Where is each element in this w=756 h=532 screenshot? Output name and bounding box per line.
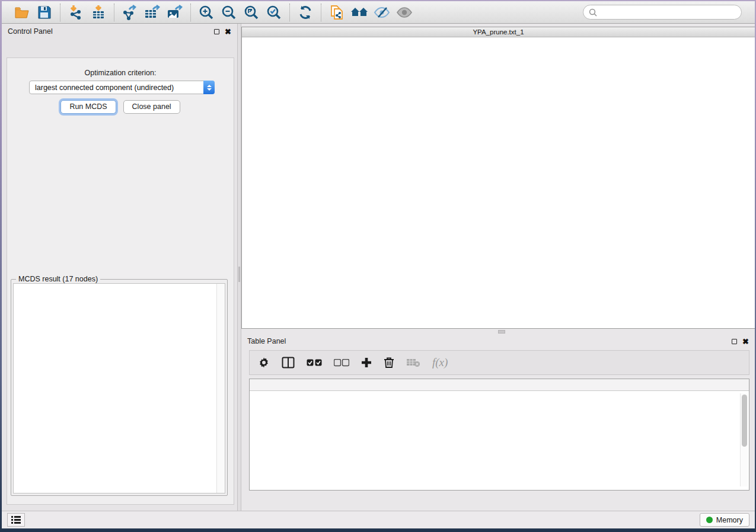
vertical-splitter[interactable] [237, 24, 241, 511]
add-icon[interactable] [361, 357, 372, 368]
function-builder-icon: f(x) [432, 356, 448, 369]
search-icon [589, 8, 597, 17]
mcds-result-groupbox: MCDS result (17 nodes) [11, 279, 228, 496]
run-mcds-button[interactable]: Run MCDS [60, 100, 116, 114]
close-panel-icon[interactable]: ✖ [225, 28, 231, 36]
hide-selected-icon[interactable] [372, 4, 391, 21]
criterion-value: largest connected component (undirected) [30, 84, 203, 92]
horizontal-splitter[interactable] [241, 329, 755, 335]
import-table-icon[interactable] [89, 4, 108, 21]
zoom-fit-icon[interactable] [242, 4, 261, 21]
criterion-dropdown[interactable]: largest connected component (undirected) [29, 81, 215, 94]
import-network-icon[interactable] [66, 4, 85, 21]
refresh-icon[interactable] [296, 4, 315, 21]
delete-icon[interactable] [384, 357, 394, 368]
zoom-in-icon[interactable] [197, 4, 216, 21]
optimization-criterion-label: Optimization criterion: [7, 69, 234, 77]
gear-icon[interactable] [258, 357, 270, 368]
network-view[interactable] [242, 37, 755, 328]
memory-status-icon [706, 517, 713, 523]
memory-button[interactable]: Memory [700, 513, 749, 527]
save-session-icon[interactable] [35, 4, 54, 21]
application-window: Control Panel ✖ Optimization criterion: … [2, 1, 755, 528]
mcds-result-title: MCDS result (17 nodes) [16, 275, 100, 283]
select-all-icon[interactable] [307, 359, 322, 367]
network-window: YPA_prune.txt_1 [241, 27, 755, 329]
memory-label: Memory [716, 516, 743, 524]
zoom-selected-icon[interactable] [264, 4, 283, 21]
table-scrollbar[interactable] [740, 393, 748, 486]
first-neighbors-icon[interactable] [350, 4, 369, 21]
node-table[interactable] [249, 379, 749, 491]
mcds-list-scrollbar[interactable] [216, 284, 225, 493]
dropdown-stepper-icon [203, 81, 215, 94]
splitter-grip[interactable] [238, 267, 240, 282]
table-panel: Table Panel ✖ [241, 335, 755, 511]
window-close-icon[interactable] [247, 29, 254, 36]
control-panel-title: Control Panel [8, 27, 53, 36]
search-input[interactable] [600, 8, 736, 17]
float-panel-icon[interactable] [214, 29, 219, 34]
delete-table-icon [406, 358, 420, 367]
hsplitter-grip[interactable] [498, 330, 505, 334]
network-window-titlebar[interactable]: YPA_prune.txt_1 [242, 27, 755, 37]
task-history-button[interactable] [7, 513, 25, 527]
mcds-result-list[interactable] [13, 283, 225, 493]
mcds-tab-content: Optimization criterion: largest connecte… [7, 57, 234, 505]
window-maximize-icon[interactable] [269, 29, 275, 36]
column-view-icon[interactable] [282, 357, 295, 368]
deselect-all-icon[interactable] [334, 359, 349, 367]
close-table-panel-icon[interactable]: ✖ [742, 338, 749, 345]
window-minimize-icon[interactable] [258, 29, 264, 36]
search-box[interactable] [583, 5, 742, 20]
table-scrollbar-thumb[interactable] [742, 395, 747, 447]
close-panel-button[interactable]: Close panel [123, 100, 180, 114]
export-table-icon[interactable] [143, 4, 162, 21]
copy-network-icon[interactable] [327, 4, 346, 21]
show-all-icon[interactable] [395, 4, 414, 21]
export-network-icon[interactable] [120, 4, 139, 21]
export-image-icon[interactable] [165, 4, 184, 21]
control-panel: Control Panel ✖ Optimization criterion: … [2, 24, 237, 511]
network-window-title: YPA_prune.txt_1 [473, 28, 524, 36]
list-icon [11, 516, 21, 524]
main-toolbar [2, 1, 755, 24]
zoom-out-icon[interactable] [219, 4, 238, 21]
table-toolbar: f(x) [249, 350, 749, 375]
float-table-panel-icon[interactable] [732, 339, 737, 344]
status-bar: Memory [2, 511, 755, 528]
table-panel-title: Table Panel [247, 337, 286, 345]
open-session-icon[interactable] [12, 4, 31, 21]
